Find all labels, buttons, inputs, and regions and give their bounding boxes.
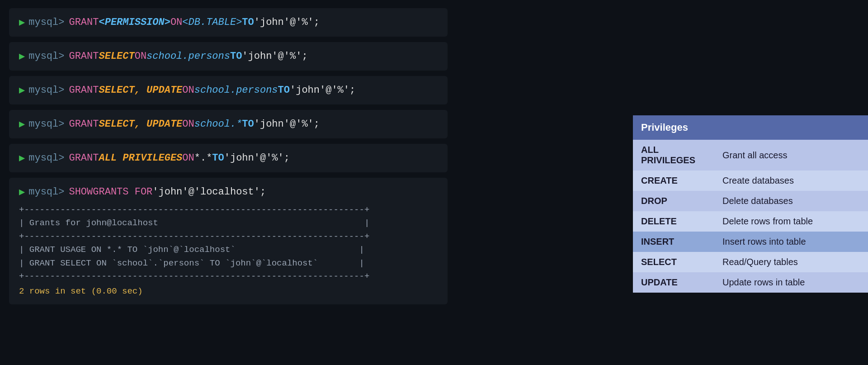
priv-row-drop: DROPDelete databases	[633, 191, 868, 211]
priv-name: ALL PRIVILEGES	[633, 140, 714, 171]
priv-row-select: SELECTRead/Query tables	[633, 252, 868, 272]
select-update-kw-4: SELECT, UPDATE	[99, 119, 182, 130]
user-val-2: 'john'@'%';	[242, 51, 307, 62]
user-val-4: 'john'@'%';	[254, 119, 320, 130]
sql-block-4: ▶ mysql> GRANT SELECT, UPDATE ON school.…	[9, 110, 448, 138]
privileges-header: Privileges	[633, 115, 868, 140]
priv-description: Grant all access	[714, 140, 868, 171]
priv-row-update: UPDATEUpdate rows in table	[633, 272, 868, 293]
grant-kw-3: GRANT	[69, 85, 99, 96]
on-kw-5: ON	[182, 152, 194, 164]
output-lines: +---------------------------------------…	[19, 204, 438, 284]
user-val-5: 'john'@'%';	[224, 152, 290, 164]
to-kw-3: TO	[278, 85, 290, 96]
select-update-kw-3: SELECT, UPDATE	[99, 85, 182, 96]
priv-name: DELETE	[633, 211, 714, 232]
rows-info: 2 rows in set (0.00 sec)	[19, 286, 438, 296]
db-table-4: school.*	[194, 119, 242, 130]
priv-description: Insert rows into table	[714, 232, 868, 252]
grant-kw-1: GRANT	[69, 17, 99, 28]
on-kw-4: ON	[182, 119, 194, 130]
show-kw: SHOW	[69, 186, 93, 198]
priv-name: CREATE	[633, 171, 714, 191]
db-table-placeholder: <DB.TABLE>	[182, 17, 242, 28]
on-kw-3: ON	[182, 85, 194, 96]
arrow-1: ▶	[19, 16, 25, 28]
to-kw-1: TO	[242, 17, 254, 28]
arrow-4: ▶	[19, 118, 25, 130]
sql-block-2: ▶ mysql> GRANT SELECT ON school.persons …	[9, 42, 448, 71]
arrow-2: ▶	[19, 50, 25, 62]
user-val-3: 'john'@'%';	[290, 85, 355, 96]
arrow-3: ▶	[19, 84, 25, 96]
db-table-3: school.persons	[194, 85, 278, 96]
grant-kw-2: GRANT	[69, 51, 99, 62]
on-kw-1: ON	[170, 17, 182, 28]
priv-row-insert: INSERTInsert rows into table	[633, 232, 868, 252]
show-command-line: ▶ mysql> SHOW GRANTS FOR 'john'@'localho…	[19, 186, 438, 198]
priv-row-delete: DELETEDelete rows from table	[633, 211, 868, 232]
sql-block-5: ▶ mysql> GRANT ALL PRIVILEGES ON *.* TO …	[9, 144, 448, 172]
prompt-2: mysql>	[28, 51, 64, 62]
priv-description: Update rows in table	[714, 272, 868, 293]
permission-placeholder: <PERMISSION>	[99, 17, 170, 28]
on-kw-2: ON	[135, 51, 146, 62]
prompt-1: mysql>	[28, 17, 64, 28]
priv-name: DROP	[633, 191, 714, 211]
priv-row-create: CREATECreate databases	[633, 171, 868, 191]
sql-block-3: ▶ mysql> GRANT SELECT, UPDATE ON school.…	[9, 76, 448, 104]
to-kw-4: TO	[242, 119, 254, 130]
privileges-table: Privileges ALL PRIVILEGESGrant all acces…	[633, 115, 868, 293]
priv-description: Read/Query tables	[714, 252, 868, 272]
prompt-4: mysql>	[28, 119, 64, 130]
prompt-5: mysql>	[28, 152, 64, 164]
db-table-2: school.persons	[146, 51, 230, 62]
sql-block-1: ▶ mysql> GRANT <PERMISSION> ON <DB.TABLE…	[9, 8, 448, 37]
to-kw-2: TO	[230, 51, 242, 62]
to-kw-5: TO	[212, 152, 224, 164]
localhost-user: 'john'@'localhost';	[152, 186, 266, 198]
wildcard-val: *.*	[194, 152, 212, 164]
grants-for-kw: GRANTS FOR	[93, 186, 152, 198]
priv-name: INSERT	[633, 232, 714, 252]
arrow-5: ▶	[19, 152, 25, 164]
privileges-panel: Privileges ALL PRIVILEGESGrant all acces…	[633, 115, 868, 293]
select-kw-2: SELECT	[99, 51, 134, 62]
priv-row-all-privileges: ALL PRIVILEGESGrant all access	[633, 140, 868, 171]
priv-description: Delete databases	[714, 191, 868, 211]
priv-name: UPDATE	[633, 272, 714, 293]
priv-name: SELECT	[633, 252, 714, 272]
prompt-3: mysql>	[28, 85, 64, 96]
grant-kw-4: GRANT	[69, 119, 99, 130]
all-priv-kw: ALL PRIVILEGES	[99, 152, 182, 164]
prompt-show: mysql>	[28, 186, 64, 198]
priv-description: Delete rows from table	[714, 211, 868, 232]
show-grants-block: ▶ mysql> SHOW GRANTS FOR 'john'@'localho…	[9, 178, 448, 304]
priv-description: Create databases	[714, 171, 868, 191]
grant-kw-5: GRANT	[69, 152, 99, 164]
arrow-show: ▶	[19, 186, 25, 198]
user-val-1: 'john'@'%';	[254, 17, 320, 28]
terminal-main: ▶ mysql> GRANT <PERMISSION> ON <DB.TABLE…	[0, 0, 457, 365]
